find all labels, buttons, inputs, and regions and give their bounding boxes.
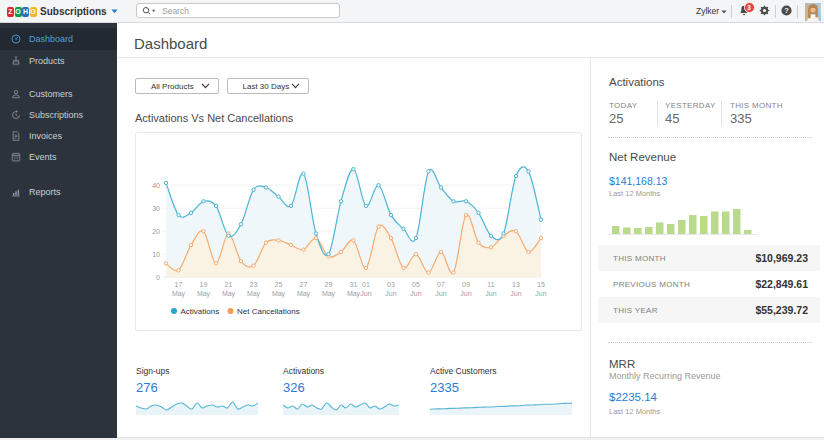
svg-text:May: May — [247, 290, 261, 298]
svg-text:01: 01 — [362, 281, 370, 288]
svg-text:10: 10 — [152, 251, 160, 258]
svg-text:11: 11 — [487, 281, 494, 288]
svg-text:Jun: Jun — [360, 290, 371, 297]
svg-text:15: 15 — [537, 281, 545, 288]
svg-text:Jun: Jun — [385, 290, 396, 297]
svg-text:May: May — [172, 290, 186, 298]
svg-text:05: 05 — [412, 281, 420, 288]
svg-text:May: May — [222, 290, 236, 298]
svg-text:Jun: Jun — [460, 290, 471, 297]
svg-text:17: 17 — [175, 281, 183, 288]
svg-text:30: 30 — [152, 205, 160, 212]
svg-text:May: May — [347, 290, 361, 298]
svg-text:Jun: Jun — [510, 290, 521, 297]
svg-text:Activations: Activations — [181, 307, 220, 316]
svg-text:Net Cancellations: Net Cancellations — [237, 307, 300, 316]
svg-text:May: May — [297, 290, 311, 298]
svg-text:May: May — [322, 290, 336, 298]
svg-text:21: 21 — [225, 281, 233, 288]
svg-text:?: ? — [784, 6, 789, 15]
svg-text:Jun: Jun — [410, 290, 421, 297]
svg-text:May: May — [197, 290, 211, 298]
svg-text:May: May — [272, 290, 286, 298]
svg-text:13: 13 — [512, 281, 520, 288]
svg-text:Jun: Jun — [435, 290, 446, 297]
svg-text:25: 25 — [275, 281, 283, 288]
svg-text:19: 19 — [200, 281, 208, 288]
svg-text:27: 27 — [300, 281, 308, 288]
svg-text:20: 20 — [152, 228, 160, 235]
svg-text:07: 07 — [437, 281, 445, 288]
svg-text:Jun: Jun — [485, 290, 496, 297]
svg-text:09: 09 — [462, 281, 470, 288]
svg-text:Jun: Jun — [535, 290, 546, 297]
svg-text:40: 40 — [152, 182, 160, 189]
svg-text:23: 23 — [250, 281, 258, 288]
svg-text:03: 03 — [387, 281, 395, 288]
svg-text:31: 31 — [350, 281, 358, 288]
svg-text:0: 0 — [156, 274, 160, 281]
svg-text:29: 29 — [325, 281, 333, 288]
